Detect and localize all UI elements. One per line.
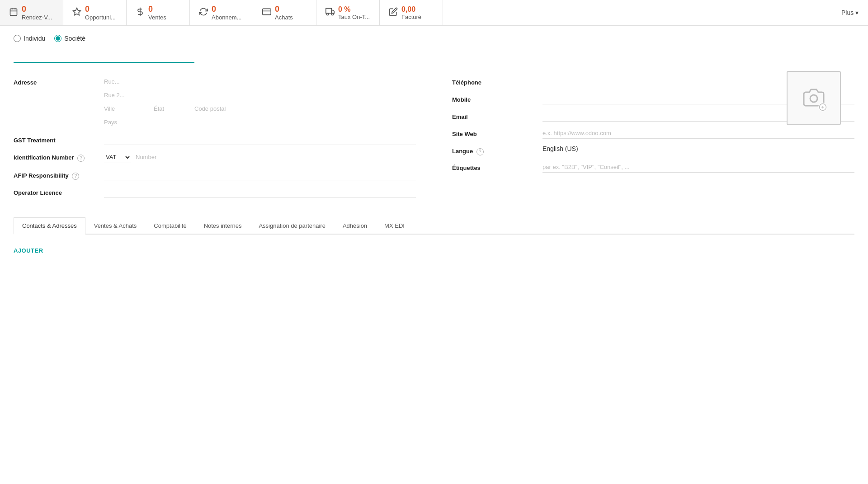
calendar-icon: [9, 7, 18, 19]
operator-input[interactable]: [104, 187, 416, 197]
afip-help[interactable]: ?: [72, 173, 79, 180]
ventes-label: Ventes: [148, 14, 166, 21]
address-grid: [104, 76, 416, 128]
achats-label: Achats: [275, 14, 293, 21]
achats-count: 0: [275, 5, 293, 14]
societe-radio[interactable]: [54, 35, 61, 42]
photo-placeholder[interactable]: [787, 71, 841, 125]
type-radio-group: Individu Société: [14, 35, 854, 42]
abonnements-item[interactable]: 0 Abonnem...: [190, 0, 253, 25]
ajouter-button[interactable]: AJOUTER: [14, 244, 43, 258]
tab-adhesion[interactable]: Adhésion: [334, 217, 376, 235]
refresh-icon: [199, 7, 208, 19]
operator-value: [104, 187, 416, 197]
svg-marker-4: [73, 8, 81, 15]
svg-rect-8: [326, 8, 332, 13]
ville-input[interactable]: [104, 103, 149, 114]
form-header: Individu Société: [14, 35, 854, 63]
langue-text: English (US): [542, 145, 578, 152]
rendez-vous-item[interactable]: 0 Rendez-V...: [0, 0, 63, 25]
afip-value: [104, 169, 416, 180]
name-input[interactable]: [14, 47, 194, 63]
camera-icon-wrapper: [803, 87, 825, 110]
adresse-row: Adresse: [14, 76, 416, 128]
svg-point-11: [331, 13, 333, 15]
gst-label: GST Treatment: [14, 134, 95, 144]
pays-row: [104, 117, 416, 128]
name-wrapper: [14, 47, 194, 63]
site-web-input[interactable]: [542, 128, 854, 139]
gst-input[interactable]: [104, 134, 416, 145]
identification-row: Identification Number ? VAT: [14, 151, 416, 163]
abonnements-label: Abonnem...: [212, 14, 242, 21]
facture-label: Facturé: [401, 14, 421, 20]
telephone-label: Téléphone: [452, 76, 533, 86]
number-input[interactable]: [136, 152, 212, 163]
tab-mx-edi[interactable]: MX EDI: [376, 217, 413, 235]
dollar-icon: [136, 7, 145, 19]
rendez-vous-label: Rendez-V...: [22, 14, 52, 21]
add-photo-icon: [818, 103, 827, 112]
tab-contacts-adresses[interactable]: Contacts & Adresses: [14, 217, 85, 235]
rendez-vous-count: 0: [22, 5, 52, 14]
etiquettes-label: Étiquettes: [452, 162, 533, 171]
achats-item[interactable]: 0 Achats: [253, 0, 316, 25]
operator-row: Operator Licence: [14, 187, 416, 197]
individu-label: Individu: [24, 35, 45, 42]
facture-count: 0,00: [401, 5, 421, 14]
gst-row: GST Treatment: [14, 134, 416, 145]
ventes-item[interactable]: 0 Ventes: [127, 0, 190, 25]
identification-help[interactable]: ?: [77, 155, 85, 162]
site-web-row: Site Web: [452, 128, 854, 139]
taux-item[interactable]: 0 % Taux On-T...: [316, 0, 380, 25]
top-bar: 0 Rendez-V... 0 Opportuni... 0 Ventes 0 …: [0, 0, 868, 26]
pays-input[interactable]: [104, 117, 416, 128]
societe-option[interactable]: Société: [54, 35, 85, 42]
adresse-label: Adresse: [14, 76, 95, 86]
taux-label: Taux On-T...: [338, 14, 370, 20]
individu-option[interactable]: Individu: [14, 35, 45, 42]
abonnements-count: 0: [212, 5, 242, 14]
etiquettes-value: [542, 162, 854, 173]
tab-notes-internes[interactable]: Notes internes: [195, 217, 250, 235]
star-icon: [72, 7, 81, 19]
tab-ventes-achats[interactable]: Ventes & Achats: [85, 217, 146, 235]
site-web-value: [542, 128, 854, 139]
afip-label: AFIP Responsibility ?: [14, 169, 95, 180]
card-icon: [262, 7, 271, 19]
street2-input[interactable]: [104, 90, 416, 101]
etat-input[interactable]: [154, 103, 190, 114]
vat-select[interactable]: VAT: [104, 151, 131, 163]
langue-row: Langue ? English (US): [452, 145, 854, 155]
svg-rect-6: [263, 9, 271, 14]
plus-button[interactable]: Plus ▾: [832, 0, 868, 25]
afip-input[interactable]: [104, 169, 416, 180]
code-postal-input[interactable]: [194, 103, 249, 114]
main-content: Individu Société: [0, 26, 868, 267]
svg-rect-0: [10, 9, 17, 15]
street-input[interactable]: [104, 76, 416, 87]
individu-radio[interactable]: [14, 35, 21, 42]
opportunites-item[interactable]: 0 Opportuni...: [63, 0, 127, 25]
tabs-bar: Contacts & Adresses Ventes & Achats Comp…: [14, 217, 854, 235]
plus-label: Plus ▾: [841, 9, 859, 16]
tab-assignation-partenaire[interactable]: Assignation de partenaire: [250, 217, 334, 235]
street-row: [104, 76, 416, 87]
edit-icon: [389, 7, 398, 19]
main-form: Adresse: [14, 76, 854, 204]
tab-content-contacts: AJOUTER: [14, 244, 854, 258]
site-web-label: Site Web: [452, 128, 533, 137]
langue-help[interactable]: ?: [476, 148, 484, 155]
taux-count: 0 %: [338, 5, 370, 14]
facture-item[interactable]: 0,00 Facturé: [380, 0, 443, 25]
ventes-count: 0: [148, 5, 166, 14]
left-fields: Adresse: [14, 76, 416, 204]
gst-value: [104, 134, 416, 145]
opportunites-count: 0: [85, 5, 116, 14]
svg-point-12: [810, 95, 817, 102]
etiquettes-input[interactable]: [542, 162, 854, 173]
langue-value: English (US): [542, 145, 854, 152]
langue-label: Langue ?: [452, 145, 533, 155]
tab-comptabilite[interactable]: Comptabilité: [145, 217, 195, 235]
afip-row: AFIP Responsibility ?: [14, 169, 416, 180]
